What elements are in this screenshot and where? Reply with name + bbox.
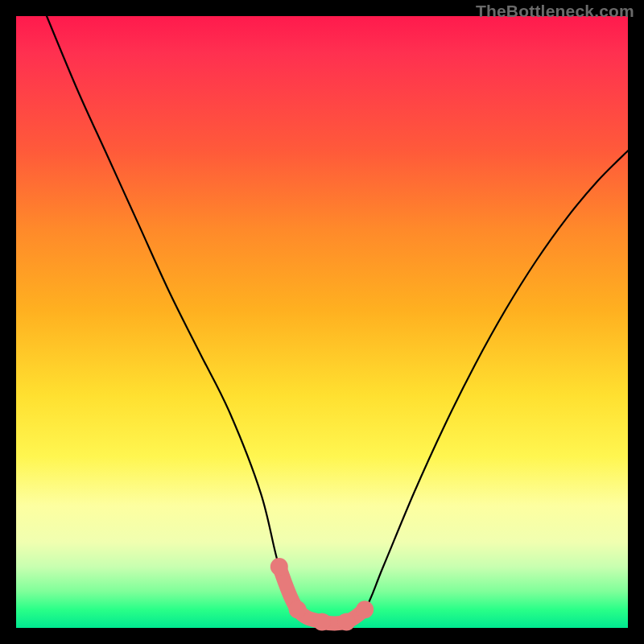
highlight-dot <box>270 558 288 576</box>
highlight-dot <box>337 613 355 630</box>
highlight-segment <box>270 558 374 630</box>
highlight-dot <box>313 613 331 630</box>
highlight-dot <box>289 601 307 618</box>
curve-svg <box>16 16 628 628</box>
plot-area <box>16 16 628 628</box>
chart-frame: TheBottleneck.com <box>0 0 644 644</box>
main-curve <box>47 16 628 623</box>
highlight-dot <box>356 601 374 618</box>
watermark-text: TheBottleneck.com <box>476 2 634 21</box>
